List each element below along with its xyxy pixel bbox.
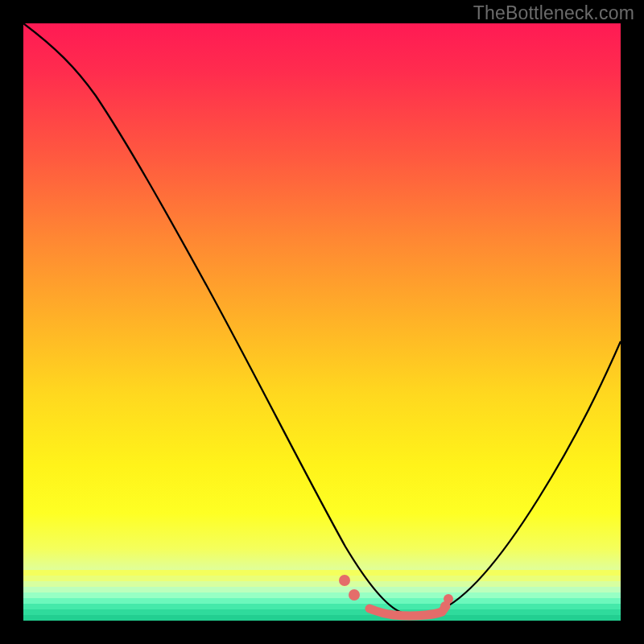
marker-dot bbox=[349, 589, 360, 601]
highlighted-range-curve bbox=[369, 606, 446, 616]
marker-dot bbox=[440, 601, 450, 611]
bottleneck-curve bbox=[23, 23, 621, 615]
watermark-text: TheBottleneck.com bbox=[473, 2, 634, 24]
chart-svg bbox=[23, 23, 621, 621]
marker-dot bbox=[339, 575, 350, 586]
chart-frame bbox=[23, 23, 621, 621]
